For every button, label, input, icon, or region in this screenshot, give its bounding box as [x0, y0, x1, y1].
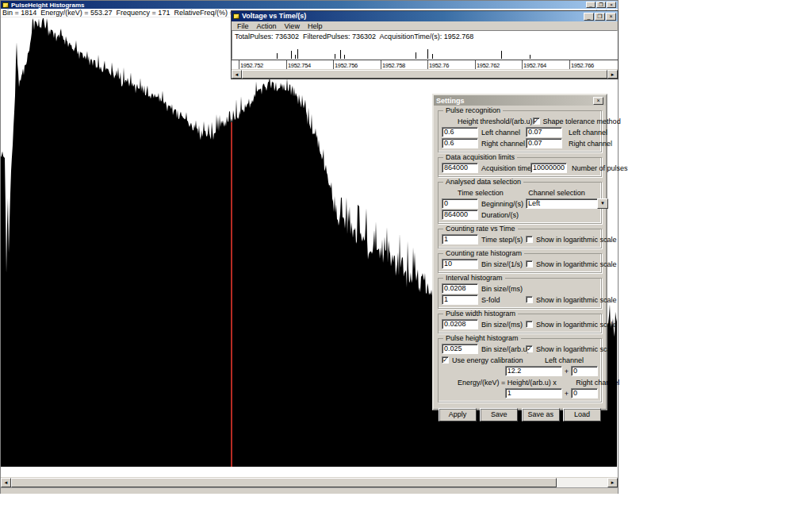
time-axis-tick-label: 1952.764 [523, 62, 546, 69]
time-axis-tick [569, 60, 570, 69]
group-legend: Data acquisition limits [443, 153, 517, 161]
energy-calibration-checkbox[interactable]: ✓ [442, 356, 449, 364]
histogram-hscrollbar[interactable]: ◄ ► [1, 477, 618, 487]
group-counting-rate-time: Counting rate vs Time 1 Time step/(s) Sh… [438, 229, 602, 248]
phh-log-checkbox[interactable]: ✓ [526, 345, 533, 352]
time-axis-tick [286, 60, 287, 69]
voltage-titlebar[interactable]: Voltage vs Time/(s) _ ❐ × [232, 11, 618, 21]
group-legend: Analysed data selection [443, 178, 523, 186]
close-icon[interactable]: × [593, 97, 603, 105]
voltage-vs-time-window: Voltage vs Time/(s) _ ❐ × File Action Vi… [231, 10, 619, 79]
scroll-right-icon[interactable]: ► [607, 70, 618, 79]
shape-tolerance-checkbox[interactable]: ✓ [533, 117, 540, 125]
time-axis-tick-label: 1952.752 [240, 62, 263, 69]
right-offset-input[interactable]: 0 [571, 388, 598, 398]
plus-sign: + [565, 368, 569, 375]
scroll-thumb[interactable] [11, 478, 557, 487]
pwh-bin-size-label: Bin size/(ms) [481, 321, 523, 329]
minimize-icon[interactable]: _ [584, 13, 594, 21]
crh-bin-size-label: Bin size/(1/s) [481, 260, 523, 268]
save-as-button[interactable]: Save as [522, 408, 560, 421]
time-axis: 1952.7521952.7541952.7561952.7581952.761… [232, 60, 618, 69]
main-titlebar[interactable]: PulseHeight Histograms _ ❐ × [1, 1, 618, 9]
channel-selection-label: Channel selection [515, 189, 598, 197]
scroll-right-icon[interactable]: ► [607, 478, 618, 487]
menu-help[interactable]: Help [304, 22, 327, 30]
main-window-title: PulseHeight Histograms [11, 2, 84, 9]
shape-tolerance-right-input[interactable]: 0.07 [526, 138, 562, 148]
settings-titlebar[interactable]: Settings × [434, 95, 606, 106]
voltage-status-readout: TotalPulses: 736302 FilteredPulses: 7363… [232, 31, 617, 42]
time-axis-tick-label: 1952.758 [382, 62, 405, 69]
pulse-event-tick [501, 51, 502, 59]
ih-bin-size-input[interactable]: 0.0208 [442, 283, 478, 294]
pwh-bin-size-input[interactable]: 0.0208 [442, 319, 478, 329]
plus-sign: + [565, 390, 569, 398]
load-button[interactable]: Load [563, 408, 601, 421]
log-scale-label: Show in logarithmic scale [536, 345, 617, 353]
menu-action[interactable]: Action [253, 22, 281, 30]
crh-bin-size-input[interactable]: 10 [442, 259, 478, 269]
shape-tolerance-label: Shape tolerance method [543, 117, 621, 125]
pulse-icon [233, 13, 239, 19]
left-factor-input[interactable]: 12.2 [505, 366, 562, 376]
number-of-pulses-input[interactable]: 10000000 [530, 163, 567, 173]
time-axis-tick [333, 60, 334, 69]
menu-file[interactable]: File [233, 22, 253, 30]
chevron-down-icon[interactable]: ▼ [597, 198, 608, 209]
time-axis-tick [522, 60, 523, 69]
scroll-left-icon[interactable]: ◄ [1, 478, 11, 487]
scroll-thumb[interactable] [242, 70, 607, 79]
minimize-icon[interactable]: _ [586, 2, 596, 8]
restore-icon[interactable]: ❐ [595, 13, 605, 21]
group-pulse-recognition: Pulse recognition Height threshold/(arb.… [438, 110, 602, 152]
right-factor-input[interactable]: 1 [505, 388, 562, 398]
voltage-hscrollbar[interactable]: ◄ ► [232, 69, 618, 79]
pulse-event-tick [295, 55, 296, 59]
time-step-input[interactable]: 1 [442, 234, 478, 244]
scroll-track[interactable] [557, 478, 607, 487]
beginning-label: Beginning/(s) [481, 200, 523, 208]
pulse-event-tick [297, 49, 298, 59]
ih-log-checkbox[interactable] [526, 296, 533, 303]
acquisition-time-label: Acquisition time/(s) [481, 164, 527, 172]
channel-select-value: Left [526, 198, 597, 209]
apply-button[interactable]: Apply [439, 408, 477, 421]
shape-tolerance-left-input[interactable]: 0.07 [526, 127, 562, 137]
time-step-label: Time step/(s) [481, 236, 523, 244]
pwh-log-checkbox[interactable] [526, 321, 533, 328]
pulse-event-tick [340, 50, 341, 59]
beginning-input[interactable]: 0 [442, 198, 478, 209]
save-button[interactable]: Save [480, 408, 518, 421]
scroll-left-icon[interactable]: ◄ [232, 70, 242, 79]
group-legend: Interval histogram [443, 274, 505, 282]
height-threshold-label: Height threshold/(arb.u) [458, 117, 533, 125]
pulse-event-tick [344, 55, 345, 59]
height-threshold-left-input[interactable]: 0.6 [442, 127, 478, 137]
left-channel-label: Left channel [569, 129, 607, 137]
group-pulse-height-hist: Pulse height histogram 0.025 Bin size/(a… [438, 338, 602, 402]
s-fold-label: S-fold [481, 296, 523, 304]
menu-view[interactable]: View [281, 22, 304, 30]
height-threshold-right-input[interactable]: 0.6 [442, 138, 478, 148]
restore-icon[interactable]: ❐ [596, 2, 606, 8]
voltage-plot-area[interactable]: TotalPulses: 736302 FilteredPulses: 7363… [232, 30, 618, 60]
channel-select[interactable]: Left ▼ [526, 198, 608, 209]
acquisition-time-input[interactable]: 864000 [442, 163, 478, 173]
app-icon [2, 2, 9, 8]
left-offset-input[interactable]: 0 [571, 366, 598, 376]
right-channel-label: Right channel [569, 140, 612, 148]
close-icon[interactable]: × [606, 13, 616, 21]
pulse-event-tick [432, 54, 433, 59]
time-axis-tick-label: 1952.754 [288, 62, 311, 69]
crt-log-checkbox[interactable] [526, 236, 533, 243]
voltage-menubar: File Action View Help [232, 21, 618, 30]
s-fold-input[interactable]: 1 [442, 294, 478, 305]
crh-log-checkbox[interactable] [526, 260, 533, 267]
close-icon[interactable]: × [607, 2, 616, 8]
number-of-pulses-label: Number of pulses [572, 164, 628, 172]
phh-bin-size-input[interactable]: 0.025 [442, 344, 478, 354]
group-pulse-width-hist: Pulse width histogram 0.0208 Bin size/(m… [438, 314, 602, 333]
duration-input[interactable]: 864000 [442, 210, 478, 220]
pulse-event-tick [416, 52, 416, 59]
